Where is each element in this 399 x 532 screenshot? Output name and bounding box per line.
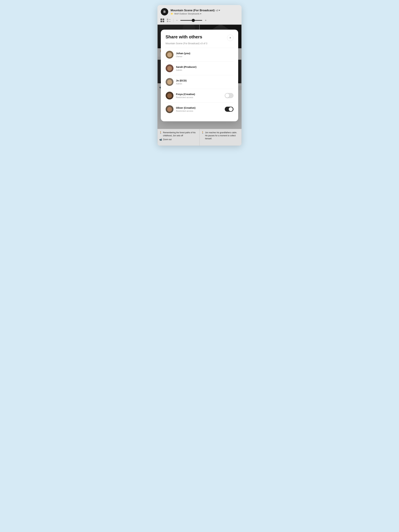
zoom-slider-track[interactable] [180,20,202,21]
avatar-jo [165,78,174,86]
camera-icon: 📹 [159,138,162,141]
modal-overlay[interactable]: Share with others × Mountain Scene (For … [158,25,241,129]
list-icon-line [169,21,171,22]
user-name: Johan (you) [176,52,234,55]
user-info-sarah: Sarah (Producer) Admin [176,65,234,71]
avatar-johan [165,51,174,59]
project-name-dropdown[interactable]: Wolf Outdoor Storyboards ▾ [174,13,201,15]
oliver-access-toggle[interactable] [225,107,234,112]
user-info-oliver: Oliver (Creative) Restricted access [176,106,222,112]
user-row-johan: Johan (you) Owner [165,48,234,62]
zoom-out-button[interactable]: − [176,19,178,22]
avatar-oliver [165,105,174,113]
user-role: Owner [176,55,234,58]
face-circle [167,107,172,112]
zoom-slider-thumb[interactable] [192,19,195,22]
user-info-freya: Freya (Creative) Restricted access [176,93,222,99]
list-view-icon[interactable] [167,19,171,22]
project-title-text: Mountain Scene (For Broadcast) [171,9,215,12]
walk-icon: 🚶 [159,131,162,134]
toggle-thumb [225,94,229,98]
user-role: Restricted access [176,110,222,112]
modal-header: Share with others × [165,34,234,41]
view-toggle-group [160,19,164,22]
share-modal: Share with others × Mountain Scene (For … [161,30,238,121]
toggle-thumb [229,107,233,111]
oliver-toggle-container [225,107,234,112]
user-name: Sarah (Producer) [176,65,234,69]
user-info-jo: Jo (ECD) Admin [176,79,234,85]
face-circle [167,93,172,98]
user-row-oliver: Oliver (Creative) Restricted access [165,102,234,116]
user-name: Oliver (Creative) [176,106,222,109]
card-icon-row: 🚶 Remembering the forest paths of his ch… [159,131,198,137]
freya-toggle-container [225,93,234,98]
zoom-in-button[interactable]: + [205,19,206,22]
header-title: Mountain Scene (For Broadcast) v3 [171,9,220,12]
user-name: Freya (Creative) [176,93,222,96]
list-icon-square [167,19,168,20]
modal-title: Share with others [165,34,202,39]
bottom-card-right: 🚶 Jon reaches his grandfathers cabin. He… [200,129,241,146]
toolbar-divider [173,19,173,22]
modal-subtitle: Mountain Scene (For Broadcast) v3 of 3 [165,42,234,45]
user-row-jo: Jo (ECD) Admin [165,75,234,89]
avatar-sarah [165,64,174,72]
walk-icon: 🚶 [201,131,204,134]
grid-view-icon[interactable] [160,19,164,22]
user-row-sarah: Sarah (Producer) Admin [165,62,234,75]
version-chevron-icon [219,10,220,11]
list-icon-square [167,21,168,22]
avatar-freya [165,92,174,100]
face-circle [167,52,172,57]
user-info-johan: Johan (you) Owner [176,52,234,58]
card-text: Jon reaches his grandfathers cabin. He p… [205,131,240,140]
toolbar: − + [158,17,241,25]
face-circle [167,66,172,71]
app-logo: B [161,8,168,15]
list-icon-line [169,19,171,20]
camera-note-text: Zoom out [163,138,171,141]
card-icon-row: 🚶 Jon reaches his grandfathers cabin. He… [201,131,240,140]
folder-icon: 📁 [171,13,173,15]
user-row-freya: Freya (Creative) Restricted access [165,89,234,102]
face-circle [167,80,172,84]
bottom-card-left: 🚶 Remembering the forest paths of his ch… [158,129,200,146]
user-role: Admin [176,69,234,71]
app-window: B Mountain Scene (For Broadcast) v3 📁 Wo… [158,5,241,146]
bottom-cards: 🚶 Remembering the forest paths of his ch… [158,129,241,146]
version-dropdown[interactable]: v3 [216,9,220,12]
user-name: Jo (ECD) [176,79,234,82]
header-subtitle: 📁 Wolf Outdoor Storyboards ▾ [171,13,220,15]
close-button[interactable]: × [227,35,234,41]
card-camera-row: 📹 Zoom out [159,138,198,141]
header: B Mountain Scene (For Broadcast) v3 📁 Wo… [158,5,241,17]
header-text: Mountain Scene (For Broadcast) v3 📁 Wolf… [171,9,220,15]
user-role: Restricted access [176,96,222,99]
freya-access-toggle[interactable] [225,93,234,98]
card-text: Remembering the forest paths of his chil… [163,131,198,137]
user-role: Admin [176,82,234,85]
content-area: 🚶 Remembering the forest paths of his ch… [158,25,241,129]
